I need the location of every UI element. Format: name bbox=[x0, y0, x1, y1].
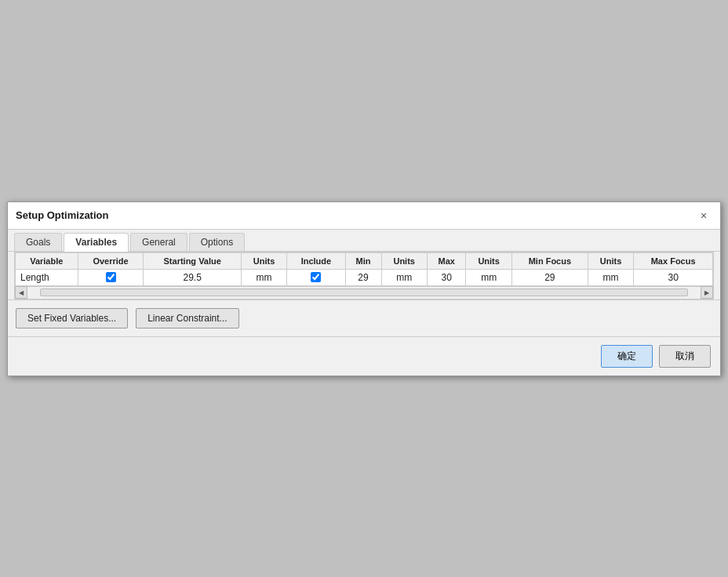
horizontal-scrollbar[interactable]: ◀ ▶ bbox=[15, 286, 713, 299]
cancel-button[interactable]: 取消 bbox=[659, 345, 711, 368]
bottom-buttons-area: Set Fixed Variables... Linear Constraint… bbox=[8, 299, 720, 336]
variables-table: Variable Override Starting Value Units I… bbox=[15, 252, 713, 286]
cell-override[interactable] bbox=[78, 269, 144, 285]
tab-variables[interactable]: Variables bbox=[64, 233, 129, 252]
include-checkbox[interactable] bbox=[311, 272, 321, 282]
cell-units2: mm bbox=[381, 269, 427, 285]
dialog-title: Setup Optimization bbox=[16, 209, 108, 221]
cell-units3: mm bbox=[466, 269, 511, 285]
col-header-units2: Units bbox=[381, 252, 427, 269]
set-fixed-variables-button[interactable]: Set Fixed Variables... bbox=[16, 308, 128, 328]
tab-goals[interactable]: Goals bbox=[14, 233, 62, 251]
col-header-min-focus: Min Focus bbox=[511, 252, 588, 269]
col-header-variable: Variable bbox=[16, 252, 78, 269]
ok-button[interactable]: 确定 bbox=[601, 345, 653, 368]
col-header-max-focus: Max Focus bbox=[634, 252, 713, 269]
cell-units4: mm bbox=[588, 269, 633, 285]
col-header-override: Override bbox=[78, 252, 144, 269]
cell-min-focus: 29 bbox=[511, 269, 588, 285]
title-bar: Setup Optimization × bbox=[8, 202, 720, 230]
cell-include[interactable] bbox=[287, 269, 345, 285]
setup-optimization-dialog: Setup Optimization × Goals Variables Gen… bbox=[7, 201, 721, 376]
col-header-min: Min bbox=[345, 252, 381, 269]
col-header-units1: Units bbox=[241, 252, 286, 269]
cell-min: 29 bbox=[345, 269, 381, 285]
tab-options[interactable]: Options bbox=[189, 233, 245, 251]
col-header-include: Include bbox=[287, 252, 345, 269]
override-checkbox[interactable] bbox=[106, 272, 116, 282]
col-header-starting-value: Starting Value bbox=[144, 252, 241, 269]
tab-content: Variable Override Starting Value Units I… bbox=[14, 252, 714, 299]
cell-variable: Length bbox=[16, 269, 78, 285]
scrollbar-track[interactable] bbox=[40, 288, 688, 296]
col-header-units4: Units bbox=[588, 252, 633, 269]
scroll-left-button[interactable]: ◀ bbox=[15, 286, 27, 299]
col-header-units3: Units bbox=[466, 252, 511, 269]
close-button[interactable]: × bbox=[695, 207, 712, 224]
cell-max-focus: 30 bbox=[634, 269, 713, 285]
cell-units1: mm bbox=[241, 269, 286, 285]
variables-table-container[interactable]: Variable Override Starting Value Units I… bbox=[15, 252, 713, 286]
cell-max: 30 bbox=[427, 269, 466, 285]
table-row: Length 29.5 mm 29 bbox=[16, 269, 713, 285]
col-header-max: Max bbox=[427, 252, 466, 269]
scroll-right-button[interactable]: ▶ bbox=[701, 286, 713, 299]
tabs-bar: Goals Variables General Options bbox=[8, 230, 720, 252]
linear-constraint-button[interactable]: Linear Constraint... bbox=[136, 308, 238, 328]
tab-general[interactable]: General bbox=[130, 233, 187, 251]
footer: 确定 取消 bbox=[8, 336, 720, 376]
cell-starting-value: 29.5 bbox=[144, 269, 241, 285]
